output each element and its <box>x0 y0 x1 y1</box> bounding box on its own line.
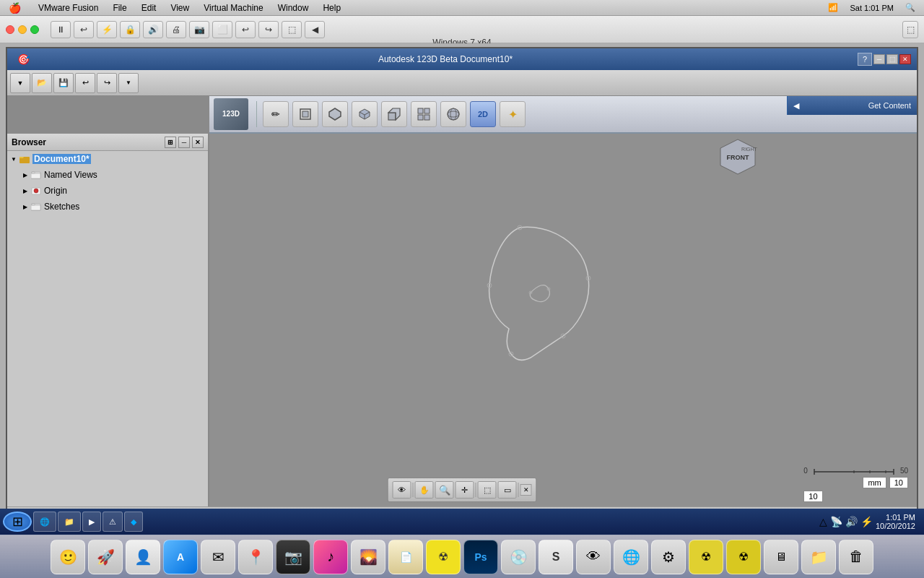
browser-grid-btn[interactable]: ⊞ <box>165 137 176 148</box>
tree-sketches-arrow[interactable]: ▶ <box>20 202 30 212</box>
cad-undo-btn[interactable]: ↩ <box>75 73 95 93</box>
ribbon-grid-btn[interactable] <box>411 101 437 127</box>
win-app-task[interactable]: ◆ <box>124 512 143 532</box>
ribbon-cube-corner-btn[interactable] <box>381 101 407 127</box>
dock-sketchbook[interactable]: S <box>539 540 573 574</box>
dock-launchpad[interactable]: 🚀 <box>88 540 123 574</box>
menu-edit[interactable]: Edit <box>139 1 160 14</box>
dock-preview[interactable]: 👁 <box>576 540 611 574</box>
win-start-button[interactable]: ⊞ <box>3 512 32 532</box>
cad-help-btn[interactable]: ? <box>858 53 872 66</box>
scale-value-box[interactable]: 10 <box>889 477 908 488</box>
dock-trash[interactable]: 🗑 <box>839 540 873 574</box>
search-icon[interactable]: 🔍 <box>902 1 918 14</box>
vm-tool1[interactable]: ↩ <box>235 21 256 38</box>
vm-power-btn[interactable]: ⏸ <box>51 21 71 38</box>
cad-redo-btn[interactable]: ↪ <box>97 73 117 93</box>
menu-view[interactable]: View <box>167 1 192 14</box>
vm-tool3[interactable]: ⬚ <box>282 21 302 38</box>
dock-photos[interactable]: 🌄 <box>351 540 385 574</box>
dock-chrome[interactable]: 🌐 <box>614 540 648 574</box>
scale-unit-box[interactable]: mm <box>863 477 886 488</box>
vm-forward-btn[interactable]: ⚡ <box>97 21 117 38</box>
cad-save-btn[interactable]: 💾 <box>53 73 74 93</box>
tree-root-row[interactable]: ▼ Document10* <box>7 151 208 167</box>
vm-fullscreen-btn[interactable]: ⬚ <box>902 21 918 38</box>
bt-close-btn[interactable]: ✕ <box>520 484 532 496</box>
dock-photoshop[interactable]: Ps <box>463 540 498 574</box>
dock-hazard[interactable]: ☢ <box>426 540 461 574</box>
ribbon-cube-3d-btn[interactable] <box>352 101 378 127</box>
minimize-btn[interactable] <box>18 25 27 34</box>
bt-box-btn[interactable]: ▭ <box>498 481 517 499</box>
get-content-arrow: ◀ <box>793 101 799 111</box>
dock-textedit[interactable]: 📄 <box>388 540 423 574</box>
bt-zoom-btn[interactable]: 👁 <box>393 481 411 499</box>
ribbon-pencil-btn[interactable]: ✏ <box>263 101 289 127</box>
apple-menu[interactable]: 🍎 <box>6 1 24 15</box>
viewport[interactable]: FRONT RIGHT <box>209 134 917 512</box>
tree-named-views-row[interactable]: ▶ Named Views <box>7 167 208 183</box>
ribbon-star-btn[interactable]: ✦ <box>500 101 526 127</box>
win-media-task[interactable]: ▶ <box>82 512 101 532</box>
win-explorer-task[interactable]: 📁 <box>58 512 81 532</box>
dock-facetime[interactable]: 📷 <box>276 540 310 574</box>
dock-disk-util[interactable]: 💿 <box>501 540 536 574</box>
bt-rect-btn[interactable]: ⬚ <box>478 481 497 499</box>
vm-sound-btn[interactable]: 🔊 <box>143 21 163 38</box>
vm-lock-btn[interactable]: 🔒 <box>120 21 140 38</box>
dock-finder[interactable]: 🙂 <box>51 540 85 574</box>
cad-restore-btn[interactable]: ⬚ <box>886 54 898 64</box>
dock-monitor[interactable]: 🖥 <box>764 540 798 574</box>
ribbon-2d-btn[interactable]: 2D <box>470 101 496 127</box>
tray-up-arrow[interactable]: △ <box>819 516 827 527</box>
win-tray: △ 📡 🔊 ⚡ 1:01 PM 10/20/2012 <box>819 513 921 530</box>
close-btn[interactable] <box>6 25 14 34</box>
dock-hazard3[interactable]: ☢ <box>726 540 761 574</box>
tree-named-views-arrow[interactable]: ▶ <box>20 170 30 180</box>
tree-origin-row[interactable]: ▶ Origin <box>7 183 208 199</box>
view-cube[interactable]: FRONT RIGHT <box>718 137 758 177</box>
get-content-panel[interactable]: ◀ Get Content <box>787 96 917 115</box>
menu-help[interactable]: Help <box>320 1 344 14</box>
dock-maps[interactable]: 📍 <box>238 540 273 574</box>
dock-sys-pref[interactable]: ⚙ <box>651 540 686 574</box>
vm-tool4[interactable]: ◀ <box>305 21 325 38</box>
ribbon-sphere-btn[interactable] <box>440 101 466 127</box>
tray-charging-icon: ⚡ <box>860 516 873 527</box>
scale-sub-value-box[interactable]: 10 <box>803 491 822 502</box>
dock-hazard2[interactable]: ☢ <box>689 540 723 574</box>
cad-open-btn[interactable]: 📂 <box>32 73 52 93</box>
tree-sketches-row[interactable]: ▶ Sketches <box>7 199 208 215</box>
ribbon-cube-iso-btn[interactable] <box>322 101 348 127</box>
vm-usb-btn[interactable]: ⬜ <box>212 21 232 38</box>
menu-window[interactable]: Window <box>275 1 312 14</box>
menu-file[interactable]: File <box>110 1 129 14</box>
ribbon-cube-front-btn[interactable] <box>292 101 318 127</box>
dock-mail[interactable]: ✉ <box>201 540 235 574</box>
bt-pan-btn[interactable]: ✋ <box>415 481 434 499</box>
bt-move-btn[interactable]: ✛ <box>456 481 474 499</box>
dock-contacts[interactable]: 👤 <box>126 540 160 574</box>
tree-origin-arrow[interactable]: ▶ <box>20 186 30 196</box>
vm-back-btn[interactable]: ↩ <box>74 21 94 38</box>
vm-print-btn[interactable]: 🖨 <box>166 21 186 38</box>
browser-close-btn[interactable]: ✕ <box>192 137 204 148</box>
bt-magnify-btn[interactable]: 🔍 <box>435 481 454 499</box>
vm-snap-btn[interactable]: 📷 <box>189 21 209 38</box>
dock-folder[interactable]: 📁 <box>801 540 836 574</box>
cad-dropdown-btn[interactable]: ▼ <box>118 73 139 93</box>
tree-root-arrow[interactable]: ▼ <box>9 154 19 164</box>
menu-vm[interactable]: Virtual Machine <box>201 1 266 14</box>
win-ie-task[interactable]: 🌐 <box>33 512 56 532</box>
vm-tool2[interactable]: ↪ <box>258 21 279 38</box>
cad-close-btn[interactable]: ✕ <box>899 54 911 64</box>
dock-appstore[interactable]: A <box>163 540 198 574</box>
win-alert-task[interactable]: ⚠ <box>103 512 123 532</box>
cad-minimize-btn[interactable]: ─ <box>873 54 885 64</box>
cad-home-btn[interactable]: ▼ <box>10 73 30 93</box>
menu-vmware[interactable]: VMware Fusion <box>35 1 101 14</box>
dock-itunes[interactable]: ♪ <box>313 540 348 574</box>
maximize-btn[interactable] <box>30 25 39 34</box>
browser-minimize-btn[interactable]: ─ <box>178 137 190 148</box>
